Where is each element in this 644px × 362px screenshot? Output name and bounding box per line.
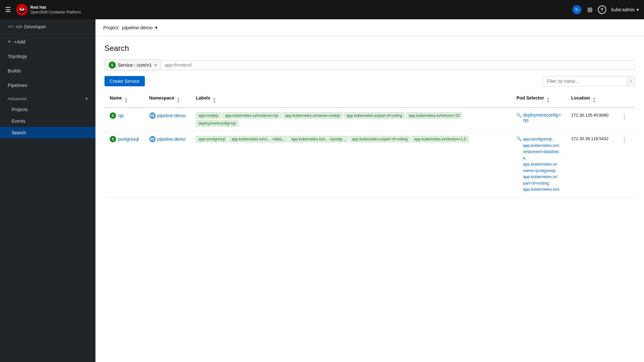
sidebar-mode-switcher[interactable]: </> </> Developer: [0, 19, 95, 34]
advanced-label: Advanced: [8, 96, 26, 101]
row-kebab-menu[interactable]: ⋮: [619, 112, 630, 121]
logo-text: Red Hat OpenShift Container Platform: [30, 5, 81, 14]
namespace-badge-icon: NS: [149, 112, 156, 119]
sidebar-item-topology[interactable]: Topology: [0, 49, 95, 63]
developer-mode-icon: </>: [8, 24, 14, 29]
label-tag[interactable]: deploymentconfig=njs: [196, 120, 239, 127]
label-tag[interactable]: app=postgresql: [196, 136, 228, 142]
sidebar-item-projects[interactable]: Projects: [0, 104, 95, 115]
username: kube:admin: [611, 7, 635, 12]
search-filter-row: S Service - core/v1 ▾: [104, 59, 635, 71]
sidebar-item-events[interactable]: Events: [0, 115, 95, 127]
resource-type-label: Service - core/v1: [118, 62, 152, 68]
row-location-cell: 172.30.135.45:8080: [566, 108, 614, 131]
row-name-link[interactable]: postgresql: [118, 137, 139, 142]
pod-selector-search-icon: 🔍: [516, 113, 521, 118]
label-tag[interactable]: app.kubernetes.io/instance=njs: [223, 112, 281, 119]
labels-sort-icon: ▲▼: [213, 96, 216, 103]
pod-selector-link[interactable]: 🔍 app=postgresql,app.kubernetes.io/compo…: [516, 136, 561, 193]
topology-label: Topology: [8, 53, 27, 59]
pod-selector-search-icon: 🔍: [516, 136, 521, 141]
main-content: Project: pipeline-demo ▾ Search S Servic…: [95, 19, 644, 362]
help-icon[interactable]: ?: [598, 5, 606, 14]
col-namespace[interactable]: Namespace ▲▼: [144, 91, 191, 108]
pipelines-label: Pipelines: [8, 82, 27, 88]
resource-badge-icon: S: [109, 62, 116, 69]
label-tag[interactable]: app.kubernetes.io/name=nodejs: [282, 112, 343, 119]
sync-icon[interactable]: ↻: [572, 5, 581, 14]
table-row: S njs NS pipeline-demo a: [104, 108, 635, 131]
toolbar-row: Create Service /: [104, 76, 635, 86]
row-name-cell: S njs: [104, 108, 144, 131]
project-chevron-icon: ▾: [155, 25, 158, 31]
location-value: 172.30.135.45:8080: [571, 113, 609, 118]
sidebar-item-add[interactable]: + +Add: [0, 34, 95, 49]
create-service-button[interactable]: Create Service: [104, 76, 145, 86]
topnav: ☰ Red Hat OpenShift Container Platform ↻…: [0, 0, 644, 19]
label-tag[interactable]: app.kubernetes.io/part-of=voting: [344, 112, 405, 119]
table-body: S njs NS pipeline-demo a: [104, 108, 635, 197]
resource-type-selector[interactable]: S Service - core/v1 ▾: [104, 59, 161, 71]
project-name: pipeline-demo: [122, 25, 153, 30]
sidebar: </> </> Developer + +Add Topology Builds…: [0, 19, 95, 362]
label-filter-input[interactable]: [161, 60, 635, 70]
row-badge-icon: S: [110, 136, 116, 142]
name-sort-icon: ▲▼: [124, 96, 128, 103]
topnav-icons: ↻ ⊞ ?: [572, 5, 606, 14]
brand-name: Red Hat: [30, 5, 81, 10]
row-pod-selector-cell: 🔍 deploymentconfig=njs: [511, 108, 566, 131]
row-badge-icon: S: [110, 112, 116, 119]
projects-label: Projects: [12, 107, 28, 112]
project-selector[interactable]: Project: pipeline-demo ▾: [103, 25, 158, 31]
col-location[interactable]: Location ▲▼: [566, 91, 614, 108]
page-title: Search: [104, 44, 635, 53]
logo: Red Hat OpenShift Container Platform: [16, 4, 81, 15]
col-name[interactable]: Name ▲▼: [104, 91, 144, 108]
sidebar-item-builds[interactable]: Builds: [0, 63, 95, 78]
label-tag[interactable]: app.kubernetes.io/co... =data...: [229, 136, 287, 142]
pod-selector-link[interactable]: 🔍 deploymentconfig=njs: [516, 112, 561, 123]
sidebar-item-search[interactable]: Search: [0, 127, 95, 138]
col-pod-selector[interactable]: Pod Selector ▲▼: [511, 91, 566, 108]
namespace-link[interactable]: pipeline-demo: [157, 137, 186, 142]
namespace-link[interactable]: pipeline-demo: [157, 113, 186, 118]
table-header: Name ▲▼ Namespace ▲▼ Labels: [104, 91, 635, 108]
pod-selector-text: deploymentconfig=njs: [523, 112, 561, 123]
page-content: Search S Service - core/v1 ▾ Create Serv…: [95, 36, 644, 362]
pod-selector-text: app=postgresql,app.kubernetes.io/compone…: [523, 136, 559, 193]
sidebar-add-label: +Add: [14, 39, 25, 44]
location-sort-icon: ▲▼: [593, 96, 596, 103]
user-menu[interactable]: kube:admin ▾: [611, 7, 639, 12]
user-chevron-icon: ▾: [637, 7, 639, 12]
row-actions-cell: ⋮: [614, 108, 635, 131]
sidebar-item-pipelines[interactable]: Pipelines: [0, 78, 95, 92]
sidebar-advanced-section[interactable]: Advanced ▾: [0, 92, 95, 104]
project-bar: Project: pipeline-demo ▾: [95, 19, 644, 36]
location-value: 172.30.39.118:5432: [571, 136, 609, 141]
label-tag[interactable]: app.kubernetes.io/version=10: [406, 112, 462, 119]
label-tag[interactable]: app.kubernetes.io/n... =postgr...: [289, 136, 348, 142]
name-filter-input[interactable]: [543, 76, 627, 86]
product-name: OpenShift Container Platform: [30, 10, 81, 14]
events-label: Events: [12, 119, 25, 124]
row-name-link[interactable]: njs: [118, 113, 124, 118]
results-table: Name ▲▼ Namespace ▲▼ Labels: [104, 91, 635, 197]
col-actions: [614, 91, 635, 108]
label-tag[interactable]: app.kubernetes.io/version=1.0: [411, 136, 469, 142]
grid-icon[interactable]: ⊞: [587, 6, 592, 14]
label-tag[interactable]: app=nodejs: [196, 112, 221, 119]
row-kebab-menu[interactable]: ⋮: [619, 136, 630, 144]
developer-mode-label: </> Developer: [16, 24, 46, 29]
row-labels-cell: app=nodejs app.kubernetes.io/instance=nj…: [191, 108, 511, 131]
project-label: Project:: [103, 25, 120, 30]
name-filter-wrap: /: [542, 76, 635, 86]
col-labels[interactable]: Labels ▲▼: [191, 91, 511, 108]
filter-slash-icon: /: [627, 77, 635, 86]
add-icon: +: [8, 39, 11, 44]
row-namespace-cell: NS pipeline-demo: [144, 108, 191, 131]
row-location-cell: 172.30.39.118:5432: [566, 131, 614, 197]
label-tag[interactable]: app.kubernetes.io/part-of=voting: [350, 136, 410, 142]
table-row: S postgresql NS pipeline-demo: [104, 131, 635, 197]
hamburger-menu[interactable]: ☰: [5, 6, 11, 14]
advanced-chevron-icon: ▾: [85, 96, 88, 101]
